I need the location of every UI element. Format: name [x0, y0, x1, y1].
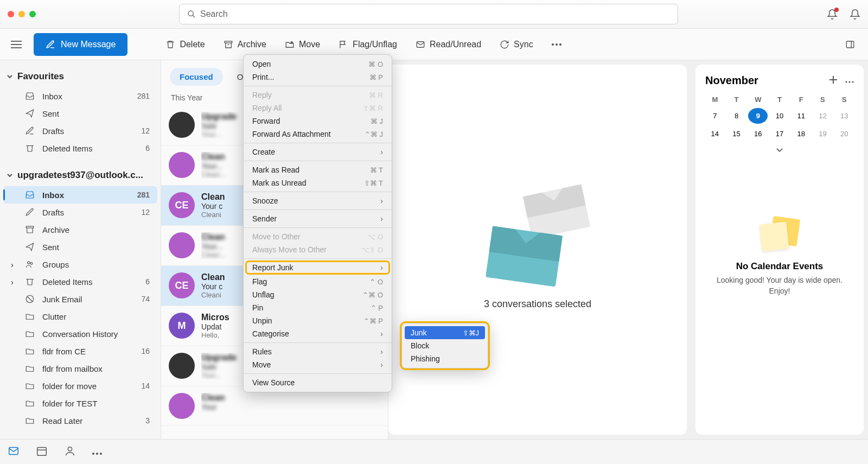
sidebar-deleted[interactable]: › Deleted Items 6: [3, 273, 157, 290]
cm-unflag[interactable]: Unflag⌃⌘ O: [244, 288, 392, 301]
calendar-day[interactable]: 11: [792, 108, 811, 124]
hamburger-icon: [11, 40, 22, 49]
label: Deleted Items: [42, 277, 93, 287]
label: Inbox: [42, 92, 62, 101]
favourites-header[interactable]: Favourites: [0, 66, 161, 87]
calendar-day[interactable]: 14: [705, 126, 725, 142]
calendar-app-button[interactable]: [36, 445, 48, 459]
chevron-down-icon: [7, 172, 13, 179]
sidebar-inbox[interactable]: Inbox 281: [3, 186, 157, 204]
cm-open[interactable]: Open⌘ O: [244, 58, 392, 71]
move-button[interactable]: Move: [277, 34, 328, 55]
notepad-illustration: [761, 218, 799, 250]
calendar-day[interactable]: 20: [834, 126, 854, 142]
calendar-day[interactable]: 18: [792, 126, 811, 142]
sidebar-archive[interactable]: Archive: [3, 221, 157, 238]
chevron-down-icon: [776, 147, 783, 152]
sidebar-fav-inbox[interactable]: Inbox 281: [3, 87, 157, 105]
sidebar-folder-move[interactable]: folder for move 14: [3, 377, 157, 395]
calendar-dow: S: [813, 93, 833, 106]
calendar-dow: S: [834, 93, 854, 106]
tab-focused[interactable]: Focused: [170, 68, 223, 86]
sidebar-conv-history[interactable]: Conversation History: [3, 325, 157, 342]
count: 12: [141, 208, 150, 217]
cm-mark-read[interactable]: Mark as Read⌘ T: [244, 163, 392, 176]
svg-point-9: [556, 43, 558, 46]
sidebar-fav-drafts[interactable]: Drafts 12: [3, 122, 157, 139]
cm-report-junk[interactable]: Report Junk›: [246, 261, 390, 274]
label: Drafts: [42, 208, 64, 217]
sidebar-drafts[interactable]: Drafts 12: [3, 204, 157, 221]
calendar-day[interactable]: 19: [813, 126, 833, 142]
sidebar-groups[interactable]: › Groups: [3, 256, 157, 273]
calendar-day[interactable]: 8: [727, 108, 746, 124]
close-window-button[interactable]: [8, 11, 14, 17]
notification-dot: [834, 8, 839, 12]
delete-button[interactable]: Delete: [158, 34, 212, 55]
cm-flag[interactable]: Flag⌃ O: [244, 275, 392, 288]
menu-toggle-button[interactable]: [5, 35, 27, 54]
cm-create[interactable]: Create›: [244, 145, 392, 158]
submenu-block[interactable]: Block: [402, 339, 488, 352]
sidebar-fav-deleted[interactable]: Deleted Items 6: [3, 139, 157, 157]
minimize-window-button[interactable]: [18, 11, 25, 17]
calendar-day[interactable]: 15: [727, 126, 746, 142]
sidebar-junk[interactable]: Junk Email 74: [3, 290, 157, 308]
svg-point-27: [92, 453, 94, 455]
cm-mark-unread[interactable]: Mark as Unread⇧⌘ T: [244, 176, 392, 189]
more-button[interactable]: [544, 38, 569, 51]
calendar-day[interactable]: 9: [748, 108, 768, 124]
calendar-day[interactable]: 12: [813, 108, 833, 124]
svg-point-21: [848, 81, 850, 82]
calendar-more-button[interactable]: [845, 75, 854, 86]
cm-move[interactable]: Move›: [244, 358, 392, 371]
calendar-expand-button[interactable]: [705, 142, 854, 158]
count: 6: [145, 277, 150, 286]
toolbar: New Message Delete Archive Move Flag/Unf…: [0, 29, 868, 60]
sidebar-fldr-ce[interactable]: fldr from CE 16: [3, 342, 157, 360]
cm-categorise[interactable]: Categorise›: [244, 327, 392, 340]
submenu-phishing[interactable]: Phishing: [402, 352, 488, 365]
calendar-day[interactable]: 10: [770, 108, 789, 124]
cm-unpin[interactable]: Unpin⌃⌘ P: [244, 314, 392, 327]
read-unread-button[interactable]: Read/Unread: [408, 34, 489, 55]
cm-snooze[interactable]: Snooze›: [244, 194, 392, 207]
chevron-right-icon: ›: [380, 360, 383, 369]
calendar-day[interactable]: 16: [748, 126, 768, 142]
calendar-day[interactable]: 13: [834, 108, 854, 124]
new-message-button[interactable]: New Message: [34, 33, 127, 56]
sidebar-fldr-mailbox[interactable]: fldr from mailbox: [3, 360, 157, 377]
cm-print[interactable]: Print...⌘ P: [244, 71, 392, 84]
people-app-button[interactable]: [64, 445, 76, 459]
cm-rules[interactable]: Rules›: [244, 345, 392, 358]
cm-forward-attachment[interactable]: Forward As Attachment⌃⌘ J: [244, 128, 392, 141]
calendar-day[interactable]: 7: [705, 108, 725, 124]
apps-more-button[interactable]: [92, 447, 102, 457]
add-event-button[interactable]: [829, 75, 838, 86]
folder-icon: [25, 329, 35, 339]
archive-button[interactable]: Archive: [216, 34, 274, 55]
reminders-button[interactable]: [850, 9, 860, 20]
calendar-day[interactable]: 17: [770, 126, 789, 142]
reading-pane: 3 conversations selected: [388, 65, 687, 435]
notifications-button[interactable]: [827, 9, 838, 20]
folder-icon: [25, 346, 35, 356]
sidebar-sent[interactable]: Sent: [3, 238, 157, 256]
cm-view-source[interactable]: View Source: [244, 376, 392, 389]
cm-forward[interactable]: Forward⌘ J: [244, 115, 392, 128]
flag-button[interactable]: Flag/Unflag: [331, 34, 405, 55]
submenu-junk[interactable]: Junk⇧⌘J: [405, 326, 485, 339]
sidebar-read-later[interactable]: Read Later 3: [3, 412, 157, 429]
chevron-right-icon: ›: [380, 214, 383, 223]
cm-sender[interactable]: Sender›: [244, 212, 392, 225]
mail-app-button[interactable]: [8, 445, 20, 459]
cm-pin[interactable]: Pin⌃ P: [244, 301, 392, 314]
maximize-window-button[interactable]: [29, 11, 36, 17]
sidebar-fav-sent[interactable]: Sent: [3, 105, 157, 122]
search-input[interactable]: Search: [179, 4, 678, 24]
sync-button[interactable]: Sync: [492, 34, 541, 55]
account-header[interactable]: upgradetest937@outlook.c...: [0, 164, 161, 186]
sidebar-clutter[interactable]: Clutter: [3, 308, 157, 325]
sidebar-folder-test[interactable]: folder for TEST: [3, 395, 157, 412]
panel-toggle-button[interactable]: [838, 34, 863, 55]
